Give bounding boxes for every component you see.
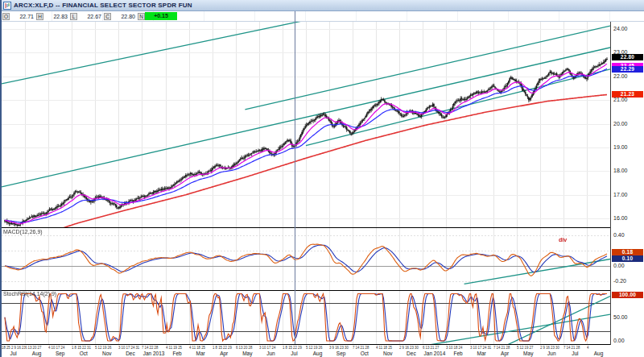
date-axis-group: 6 13 20 27Aug [25,345,48,357]
title-bar: ARCX:XLF,D -- FINANCIAL SELECT SECTOR SP… [2,0,644,11]
date-axis-group: 3 9 16 23 30Sep [329,345,353,357]
date-axis-group: 3 10 17 24Jun [259,345,283,357]
date-axis-group: 2 9 16 23 30Jun [540,345,564,357]
window-title: ARCX:XLF,D -- FINANCIAL SELECT SECTOR SP… [14,2,192,9]
axis-tick-label: 20.00 [613,121,628,127]
price-tag: 22.29 [612,66,643,73]
date-axis-group: 4Aug [587,345,610,357]
date-axis-group: 4 11 18 25Nov [376,345,399,357]
date-axis-group: 7 14 21 28Apr [493,345,517,357]
date-axis-group: 3 10 17 24 31Dec [118,345,142,357]
price-chart-canvas[interactable] [2,22,610,228]
date-axis-group: 4 11 18 25Mar [189,345,213,357]
axis-tick-label: 50.00 [613,314,628,320]
axis-tick-label: 0.40 [613,232,625,238]
price-tag: 21.23 [612,91,643,98]
price-tag: 0.10 [612,255,643,262]
vertical-date-marker[interactable] [295,11,295,344]
quote-field-L: L22.67 [70,12,104,21]
axis-tick-label: 24.00 [613,26,628,31]
date-axis-group: 7 14 21 28Jul [564,345,587,357]
date-axis-group: 7 14 21 28Oct [353,345,376,357]
axis-tick-label: 0.00 [613,338,625,343]
date-axis-group: 7 14 22 28Jan 2013 [142,345,165,357]
axis-tick-label: 19.00 [613,144,628,150]
macd-label: MACD(12,26,9) [3,229,43,235]
y-axis[interactable]: 24.0023.0022.0021.0020.0019.0018.0017.00… [610,22,644,345]
date-axis-group: 3 10 17 24 31Mar [470,345,493,357]
date-axis-group: 1 8 15 22 29Apr [213,345,236,357]
date-axis-group: 4 11 19 25Feb [166,345,189,357]
quote-field-C: C22.80 [104,12,138,21]
date-axis-group: 4 10 17 24Sep [48,345,72,357]
chart-window: ARCX:XLF,D -- FINANCIAL SELECT SECTOR SP… [0,0,644,357]
date-axis-group: 2 9 16 23 30Dec [399,345,423,357]
divergence-annotation: div [559,237,567,243]
quote-field-H: H22.83 [36,12,70,21]
date-axis[interactable]: 18 25 2 9 16 23 30Jul6 13 20 27Aug4 10 1… [2,345,610,357]
axis-tick-label: 0.00 [613,263,625,268]
candlestick-chart-icon [3,2,11,10]
quote-field-N: N+0.15 [138,12,177,21]
price-tag: 22.80 [612,54,643,60]
quote-field-O: O22.71 [2,12,36,21]
axis-tick-label: 18.00 [613,168,628,173]
date-axis-group: 18 25 2 9 16 23 30Jul [2,345,25,357]
quote-bar: O22.71H22.83L22.67C22.80N+0.15 [2,11,644,22]
axis-tick-label: -0.20 [613,278,626,284]
date-axis-group: 5 12 19 27May [517,345,540,357]
panel-divider [2,290,610,291]
date-axis-group: 5 12 19 26Nov [95,345,118,357]
date-axis-group: 6 13 20 28May [236,345,259,357]
stoch-panel-canvas[interactable] [2,291,610,344]
date-axis-group: 6 13 21 27Jan 2014 [423,345,446,357]
date-axis-group: 1 8 15 22 31Oct [72,345,95,357]
axis-tick-label: 17.00 [613,192,628,197]
price-tag: 100.00 [612,292,643,298]
date-axis-group: 5 12 19 26Aug [306,345,329,357]
axis-tick-label: 16.00 [613,215,628,221]
panel-divider [2,344,610,345]
date-axis-group: 1 8 15 22 29Jul [283,345,306,357]
date-axis-group: 3 10 18 24Feb [446,345,469,357]
stoch-label: StochRSI(14,14(2),9) [3,291,56,297]
panel-divider [2,227,610,228]
axis-tick-label: 22.00 [613,73,628,79]
macd-panel-canvas[interactable] [2,228,610,290]
